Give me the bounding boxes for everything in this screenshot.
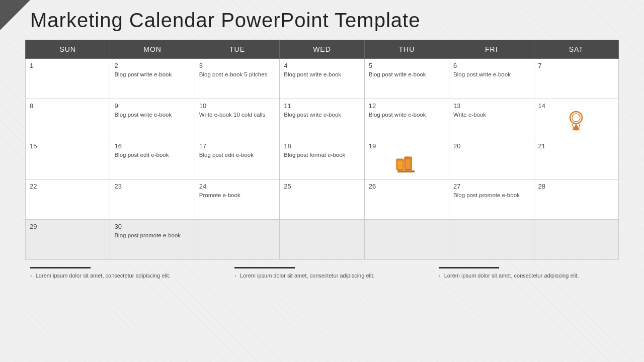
- calendar-cell: 25: [280, 179, 364, 220]
- calendar-cell: 27Blog post promote e-book: [449, 179, 534, 220]
- svg-rect-6: [397, 160, 403, 169]
- day-text: Blog post write e-book: [114, 71, 172, 77]
- day-text: Blog post write e-book: [369, 71, 426, 77]
- day-number: 26: [369, 183, 445, 190]
- day-number: 9: [114, 102, 190, 110]
- footer-item-1: › Lorem ipsum dolor sit amet, consectetu…: [30, 267, 205, 280]
- footer-line-2: [234, 267, 295, 268]
- calendar-cell: 20: [449, 139, 534, 179]
- calendar-cell: 29: [26, 220, 110, 260]
- award-icon: [567, 111, 585, 131]
- footer-text-2: › Lorem ipsum dolor sit amet, consectetu…: [234, 272, 410, 280]
- footer-section: › Lorem ipsum dolor sit amet, consectetu…: [25, 267, 619, 280]
- header-cell-thu: THU: [364, 40, 449, 59]
- day-text: Blog post edit e-book: [114, 152, 169, 158]
- day-number: 11: [284, 102, 360, 110]
- day-number: 28: [538, 183, 614, 190]
- day-text: Blog post write e-book: [284, 112, 341, 118]
- books-icon: [395, 154, 418, 173]
- day-text: Blog post edit e-book: [199, 152, 254, 158]
- day-number: 25: [284, 183, 360, 190]
- day-number: 7: [538, 62, 614, 69]
- calendar-week-row: 12Blog post write e-book3Blog post e-boo…: [26, 59, 619, 99]
- header-cell-wed: WED: [280, 40, 364, 59]
- calendar-cell: 10Write e-book 10 cold calls: [195, 99, 279, 139]
- day-text: Blog post write e-book: [453, 71, 511, 77]
- day-number: 22: [30, 183, 106, 190]
- calendar-week-row: 1516Blog post edit e-book17Blog post edi…: [26, 139, 619, 179]
- day-number: 23: [114, 183, 190, 190]
- day-number: 20: [453, 142, 529, 150]
- calendar-week-row: 89Blog post write e-book10Write e-book 1…: [26, 99, 619, 139]
- day-number: 4: [284, 62, 360, 69]
- day-number: 21: [538, 142, 614, 150]
- day-text: Blog post write e-book: [114, 112, 172, 118]
- header-cell-tue: TUE: [195, 40, 279, 59]
- calendar-cell: 17Blog post edit e-book: [195, 139, 279, 179]
- calendar-cell: 30Blog post promote e-book: [110, 220, 195, 260]
- day-number: 19: [369, 142, 445, 150]
- calendar-cell: 26: [364, 179, 449, 220]
- calendar-cell: 18Blog post format e-book: [280, 139, 364, 179]
- svg-point-1: [572, 114, 580, 122]
- footer-line-3: [439, 267, 499, 268]
- header-cell-sat: SAT: [534, 40, 618, 59]
- day-number: 6: [453, 62, 529, 69]
- calendar-cell: [449, 220, 534, 260]
- header-cell-fri: FRI: [449, 40, 534, 59]
- day-number: 17: [199, 142, 275, 150]
- footer-bullet-2: ›: [234, 273, 236, 279]
- day-number: 13: [453, 102, 529, 110]
- books-icon-container: [369, 154, 445, 174]
- calendar-week-row: 222324Promote e-book252627Blog post prom…: [26, 179, 619, 220]
- header-cell-mon: MON: [110, 40, 195, 59]
- day-number: 18: [284, 142, 360, 150]
- svg-line-3: [572, 124, 574, 130]
- calendar-cell: 4Blog post write e-book: [280, 59, 364, 99]
- day-number: 16: [114, 142, 190, 150]
- calendar-cell: 2Blog post write e-book: [110, 59, 195, 99]
- svg-rect-8: [406, 158, 411, 169]
- calendar-cell: 24Promote e-book: [195, 179, 279, 220]
- calendar-cell: 1: [26, 59, 110, 99]
- day-number: 15: [30, 142, 106, 150]
- footer-text-3: › Lorem ipsum dolor sit amet, consectetu…: [439, 272, 614, 280]
- calendar-cell: 5Blog post write e-book: [364, 59, 449, 99]
- award-icon-container: [538, 111, 614, 132]
- calendar-cell: 22: [26, 179, 110, 220]
- footer-item-2: › Lorem ipsum dolor sit amet, consectetu…: [234, 267, 410, 280]
- day-number: 30: [114, 223, 190, 230]
- calendar-cell: 21: [534, 139, 618, 179]
- day-text: Write e-book 10 cold calls: [199, 112, 265, 118]
- calendar-cell: 23: [110, 179, 195, 220]
- day-text: Blog post format e-book: [284, 152, 345, 158]
- day-number: 27: [453, 183, 529, 190]
- calendar-cell: 6Blog post write e-book: [449, 59, 534, 99]
- day-text: Blog post write e-book: [369, 112, 426, 118]
- day-text: Promote e-book: [199, 192, 240, 198]
- calendar-cell: [280, 220, 364, 260]
- calendar-cell: 12Blog post write e-book: [364, 99, 449, 139]
- day-number: 24: [199, 183, 275, 190]
- day-number: 3: [199, 62, 275, 69]
- day-number: 12: [369, 102, 445, 110]
- day-text: Blog post promote e-book: [453, 192, 520, 198]
- calendar-week-row: 2930Blog post promote e-book: [26, 220, 619, 260]
- day-number: 29: [30, 223, 106, 230]
- content-wrapper: Marketing Calendar PowerPoint Template S…: [0, 0, 644, 288]
- calendar-cell: 19: [364, 139, 449, 179]
- svg-line-4: [578, 124, 580, 130]
- day-number: 5: [369, 62, 445, 69]
- calendar-cell: 16Blog post edit e-book: [110, 139, 195, 179]
- calendar-cell: [195, 220, 279, 260]
- calendar-cell: 14: [534, 99, 618, 139]
- calendar-cell: 9Blog post write e-book: [110, 99, 195, 139]
- day-text: Blog post promote e-book: [114, 232, 181, 238]
- day-number: 14: [538, 102, 614, 110]
- footer-bullet-1: ›: [30, 273, 32, 279]
- calendar-cell: 28: [534, 179, 618, 220]
- footer-item-3: › Lorem ipsum dolor sit amet, consectetu…: [439, 267, 614, 280]
- calendar-cell: 7: [534, 59, 618, 99]
- footer-bullet-3: ›: [439, 273, 441, 279]
- header-cell-sun: SUN: [26, 40, 110, 59]
